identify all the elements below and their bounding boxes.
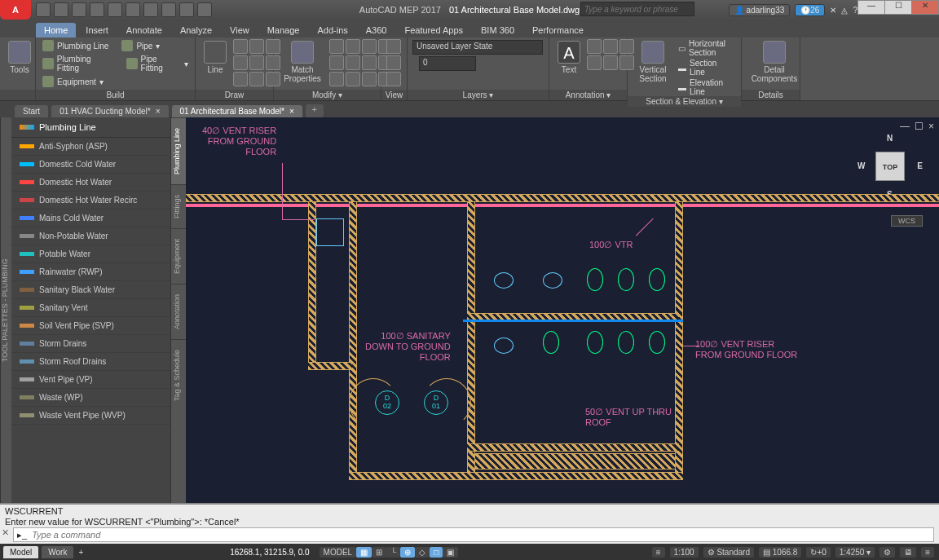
qat-new-icon[interactable]	[36, 2, 51, 17]
draw-region-icon[interactable]	[249, 72, 264, 86]
tool-palettes-bar[interactable]: TOOL PALETTES - PLUMBING	[0, 117, 11, 503]
status-polar-icon[interactable]: ⊕	[400, 547, 415, 558]
status-elev[interactable]: ▤ 1066.8	[759, 547, 801, 558]
modify-rotate-icon[interactable]	[362, 39, 377, 54]
palette-item[interactable]: Anti-Syphon (ASP)	[11, 138, 170, 156]
layout-tab-model[interactable]: Model	[3, 546, 38, 558]
notifications-button[interactable]: 🕐26	[795, 4, 825, 16]
vtab-equipment[interactable]: Equipment	[171, 228, 186, 284]
palette-item[interactable]: Domestic Hot Water Recirc	[11, 192, 170, 209]
status-grid-icon[interactable]: ▦	[356, 547, 372, 558]
palette-item[interactable]: Domestic Cold Water	[11, 156, 170, 174]
modify-mirror-icon[interactable]	[329, 55, 344, 70]
status-replace-icon[interactable]: ≡	[652, 547, 665, 558]
draw-rect-icon[interactable]	[249, 55, 264, 70]
elevation-line-button[interactable]: ▬ Elevation Line	[677, 78, 736, 96]
status-gear-icon[interactable]: ⚙	[879, 547, 895, 558]
maximize-button[interactable]: ☐	[884, 0, 912, 15]
vtab-fittings[interactable]: Fittings	[171, 184, 186, 228]
vtab-annotation[interactable]: Annotation	[171, 284, 186, 339]
vp-max-icon[interactable]: ☐	[915, 121, 924, 132]
palette-item[interactable]: Waste Vent Pipe (WVP)	[11, 407, 170, 425]
new-tab-button[interactable]: +	[306, 104, 324, 117]
draw-ellipse-icon[interactable]	[233, 55, 248, 70]
status-monitor-icon[interactable]: 🖥	[900, 547, 916, 558]
status-scale[interactable]: 1:100	[670, 547, 699, 558]
pipe-fitting-button[interactable]: Pipe Fitting ▾	[125, 54, 190, 73]
tab-addins[interactable]: Add-ins	[309, 23, 355, 37]
status-customize-icon[interactable]: ≡	[921, 547, 934, 558]
tab-view[interactable]: View	[222, 23, 258, 37]
modify-array-icon[interactable]	[362, 72, 377, 86]
vtab-plumbing-line[interactable]: Plumbing Line	[171, 117, 186, 184]
viewcube-n[interactable]: N	[887, 134, 893, 143]
view-icon3[interactable]	[386, 72, 401, 86]
qat-more-icon[interactable]	[143, 2, 158, 17]
section-line-button[interactable]: ▬ Section Line	[677, 59, 736, 77]
modify-offset-icon[interactable]	[346, 72, 360, 86]
status-rotation[interactable]: ↻+0	[806, 547, 830, 558]
draw-arc-icon[interactable]	[249, 39, 264, 54]
file-tab-start[interactable]: Start	[15, 105, 48, 117]
viewcube-face[interactable]: TOP	[875, 152, 905, 181]
close-tab-icon[interactable]: ×	[156, 107, 161, 116]
view-icon1[interactable]	[386, 39, 401, 54]
annot-tag-icon[interactable]	[587, 55, 602, 70]
horizontal-section-button[interactable]: ▭ Horizontal Section	[677, 39, 736, 57]
drawing-canvas[interactable]: —☐× N S E W TOP WCS	[186, 117, 939, 503]
tab-home[interactable]: Home	[36, 23, 76, 37]
account-button[interactable]: 👤 adarling33	[729, 4, 791, 16]
modify-scale-icon[interactable]	[346, 55, 360, 70]
status-snap-icon[interactable]: ⊞	[372, 547, 386, 558]
match-properties-button[interactable]: Match Properties	[279, 39, 326, 85]
palette-item[interactable]: Potable Water	[11, 245, 170, 263]
layer-name-combo[interactable]: 0	[419, 56, 476, 71]
text-button[interactable]: AText	[554, 39, 584, 76]
file-tab-arch[interactable]: 01 Architectural Base Model*×	[172, 105, 302, 117]
qat-undo-icon[interactable]	[108, 2, 122, 17]
qat-print-icon[interactable]	[90, 2, 104, 17]
status-osnap-icon[interactable]: □	[430, 547, 443, 558]
draw-polyline-icon[interactable]	[233, 39, 248, 54]
help-search-input[interactable]	[580, 2, 694, 16]
qat-redo-icon[interactable]	[126, 2, 140, 17]
palette-item[interactable]: Domestic Hot Water	[11, 174, 170, 192]
vtab-tag-schedule[interactable]: Tag & Schedule	[171, 339, 186, 411]
tab-bim360[interactable]: BIM 360	[473, 23, 522, 37]
modify-stretch-icon[interactable]	[362, 55, 377, 70]
status-stdset[interactable]: ⚙ Standard	[703, 547, 754, 558]
draw-hatch-icon[interactable]	[233, 72, 248, 86]
minimize-button[interactable]: —	[857, 0, 885, 15]
qat-more3-icon[interactable]	[179, 2, 194, 17]
equipment-button[interactable]: Equipment ▾	[41, 75, 105, 88]
palette-item[interactable]: Rainwater (RWP)	[11, 263, 170, 281]
modify-move-icon[interactable]	[329, 39, 344, 54]
plumbing-fitting-button[interactable]: Plumbing Fitting	[41, 54, 117, 73]
annot-dim-icon[interactable]	[587, 39, 602, 54]
qat-more2-icon[interactable]	[161, 2, 176, 17]
file-tab-hvac[interactable]: 01 HVAC Ducting Model*×	[51, 105, 168, 117]
status-iso-icon[interactable]: ◇	[415, 547, 430, 558]
close-button[interactable]: ✕	[911, 0, 939, 15]
status-ortho-icon[interactable]: └	[386, 547, 400, 558]
modify-copy-icon[interactable]	[346, 39, 360, 54]
view-icon2[interactable]	[386, 55, 401, 70]
viewcube-w[interactable]: W	[857, 161, 865, 170]
qat-open-icon[interactable]	[54, 2, 68, 17]
vertical-section-button[interactable]: Vertical Section	[633, 39, 673, 85]
line-button[interactable]: Line	[201, 39, 230, 76]
wcs-label[interactable]: WCS	[891, 215, 923, 227]
palette-item[interactable]: Waste (WP)	[11, 389, 170, 407]
status-3dosnap-icon[interactable]: ▣	[443, 547, 458, 558]
tab-annotate[interactable]: Annotate	[118, 23, 170, 37]
tools-button[interactable]: Tools	[5, 39, 34, 76]
annot-field-icon[interactable]	[603, 55, 618, 70]
qat-save-icon[interactable]	[72, 2, 86, 17]
tab-insert[interactable]: Insert	[77, 23, 117, 37]
pipe-button[interactable]: Pipe ▾	[120, 39, 161, 52]
modify-explode-icon[interactable]	[329, 72, 344, 86]
palette-item[interactable]: Non-Potable Water	[11, 227, 170, 245]
tab-a360[interactable]: A360	[358, 23, 395, 37]
command-input[interactable]	[32, 530, 930, 540]
close-tab-icon[interactable]: ×	[289, 107, 294, 116]
